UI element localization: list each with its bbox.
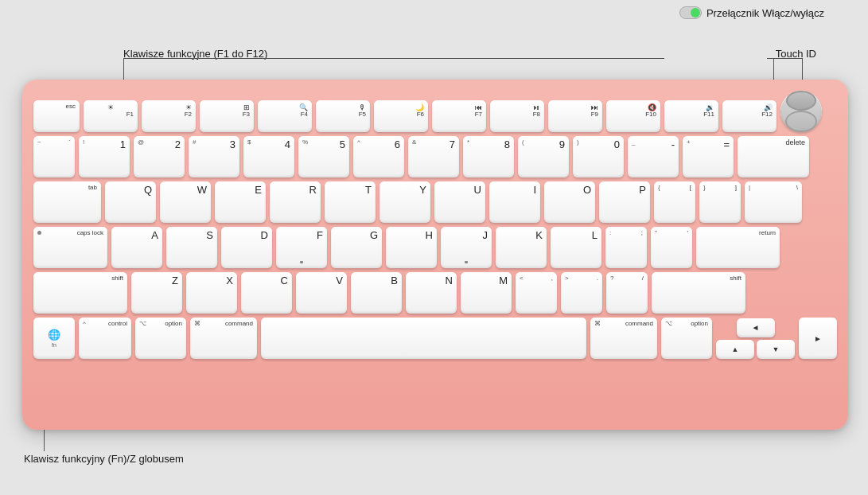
key-h[interactable]: H: [386, 227, 437, 268]
qwerty-row: tab Q W E R T Y U I O P { [ } ] | \: [33, 181, 837, 223]
switch-label: Przełącznik Włącz/wyłącz: [679, 6, 824, 19]
key-tab[interactable]: tab: [33, 181, 101, 223]
key-equals[interactable]: + =: [683, 136, 734, 177]
fn-key-row: esc ☀ F1 ☀ F2 ⊞ F3 🔍 F4 🎙 F5: [33, 91, 837, 132]
key-6[interactable]: ^ 6: [353, 136, 404, 177]
key-r[interactable]: R: [270, 181, 321, 223]
key-bracket-r[interactable]: } ]: [699, 181, 741, 223]
bottom-row: 🌐 fn ^ control ⌥ option ⌘ command ⌘ comm…: [33, 318, 837, 359]
home-row: caps lock A S D F G H J K L : ; " ': [33, 227, 837, 268]
keyboard-body: esc ☀ F1 ☀ F2 ⊞ F3 🔍 F4 🎙 F5: [22, 80, 848, 430]
key-f5[interactable]: 🎙 F5: [316, 100, 370, 132]
key-capslock[interactable]: caps lock: [33, 227, 107, 268]
key-return[interactable]: return: [696, 227, 780, 268]
fn-globe-label: Klawisz funkcyjny (Fn)/Z globusem: [24, 453, 184, 465]
key-3[interactable]: # 3: [189, 136, 239, 177]
key-9[interactable]: ( 9: [518, 136, 569, 177]
key-f12[interactable]: 🔊 F12: [722, 100, 777, 132]
key-command-right[interactable]: ⌘ command: [590, 318, 657, 359]
key-p[interactable]: P: [599, 181, 650, 223]
key-y[interactable]: Y: [380, 181, 430, 223]
key-5[interactable]: % 5: [298, 136, 349, 177]
key-arrow-right[interactable]: ►: [799, 318, 837, 359]
key-space[interactable]: [261, 318, 586, 359]
key-m[interactable]: M: [461, 272, 512, 314]
key-bracket-l[interactable]: { [: [654, 181, 695, 223]
fn-globe-line: [44, 429, 45, 451]
key-f2[interactable]: ☀ F2: [142, 100, 196, 132]
key-l[interactable]: L: [551, 227, 601, 268]
key-control[interactable]: ^ control: [79, 318, 131, 359]
shift-row: shift Z X C V B N M < , > . ? / shift: [33, 272, 837, 314]
key-period[interactable]: > .: [561, 272, 602, 314]
key-z[interactable]: Z: [131, 272, 182, 314]
key-slash[interactable]: ? /: [606, 272, 648, 314]
scene: Przełącznik Włącz/wyłącz Touch ID Klawis…: [0, 0, 868, 495]
key-1[interactable]: ! 1: [79, 136, 130, 177]
key-command-left[interactable]: ⌘ command: [190, 318, 257, 359]
key-option-left[interactable]: ⌥ option: [135, 318, 186, 359]
key-touchid[interactable]: [780, 91, 822, 132]
bracket-horiz: [123, 58, 664, 59]
key-n[interactable]: N: [406, 272, 457, 314]
key-w[interactable]: W: [160, 181, 211, 223]
capslock-dot: [37, 231, 41, 235]
key-d[interactable]: D: [221, 227, 272, 268]
key-j[interactable]: J: [441, 227, 492, 268]
key-a[interactable]: A: [111, 227, 162, 268]
key-f11[interactable]: 🔉 F11: [664, 100, 718, 132]
key-backtick[interactable]: ~ `: [33, 136, 75, 177]
key-b[interactable]: B: [351, 272, 402, 314]
key-o[interactable]: O: [544, 181, 595, 223]
switch-icon[interactable]: [679, 6, 702, 19]
key-g[interactable]: G: [331, 227, 382, 268]
key-arrow-left[interactable]: ◄: [737, 318, 775, 337]
touchid-line-vert: [802, 58, 803, 82]
arrow-key-cluster: ◄ ▲ ▼: [716, 318, 795, 359]
key-f1[interactable]: ☀ F1: [84, 100, 138, 132]
key-semicolon[interactable]: : ;: [605, 227, 647, 268]
key-k[interactable]: K: [496, 227, 547, 268]
key-c[interactable]: C: [241, 272, 292, 314]
key-shift-right[interactable]: shift: [652, 272, 745, 314]
key-f10[interactable]: 🔇 F10: [606, 100, 660, 132]
key-f[interactable]: F: [276, 227, 327, 268]
key-f4[interactable]: 🔍 F4: [258, 100, 312, 132]
key-s[interactable]: S: [166, 227, 217, 268]
key-option-right[interactable]: ⌥ option: [661, 318, 712, 359]
key-shift-left[interactable]: shift: [33, 272, 127, 314]
bracket-right-vert: [773, 58, 774, 82]
key-u[interactable]: U: [434, 181, 485, 223]
key-f6[interactable]: 🌙 F6: [374, 100, 428, 132]
key-2[interactable]: @ 2: [134, 136, 185, 177]
key-backslash[interactable]: | \: [745, 181, 802, 223]
key-f7[interactable]: ⏮ F7: [432, 100, 486, 132]
bracket-left-vert: [123, 58, 124, 82]
num-key-row: ~ ` ! 1 @ 2 # 3 $ 4 % 5: [33, 136, 837, 177]
touchid-circle: [786, 91, 816, 111]
key-f9[interactable]: ⏭ F9: [548, 100, 602, 132]
key-x[interactable]: X: [186, 272, 237, 314]
key-fn[interactable]: 🌐 fn: [33, 318, 75, 359]
key-arrow-up[interactable]: ▲: [716, 340, 754, 359]
key-f3[interactable]: ⊞ F3: [200, 100, 254, 132]
touchid-line-horiz: [767, 58, 803, 59]
key-i[interactable]: I: [489, 181, 540, 223]
key-e[interactable]: E: [215, 181, 266, 223]
key-7[interactable]: & 7: [408, 136, 459, 177]
key-q[interactable]: Q: [105, 181, 156, 223]
key-esc[interactable]: esc: [33, 100, 80, 132]
key-minus[interactable]: _ -: [628, 136, 679, 177]
switch-text: Przełącznik Włącz/wyłącz: [706, 7, 824, 19]
key-t[interactable]: T: [325, 181, 376, 223]
key-delete[interactable]: delete: [738, 136, 809, 177]
key-comma[interactable]: < ,: [516, 272, 557, 314]
key-arrow-down[interactable]: ▼: [757, 340, 795, 359]
key-8[interactable]: * 8: [463, 136, 514, 177]
key-quote[interactable]: " ': [651, 227, 692, 268]
key-4[interactable]: $ 4: [243, 136, 294, 177]
key-v[interactable]: V: [296, 272, 347, 314]
key-0[interactable]: ) 0: [573, 136, 624, 177]
key-f8[interactable]: ⏯ F8: [490, 100, 544, 132]
